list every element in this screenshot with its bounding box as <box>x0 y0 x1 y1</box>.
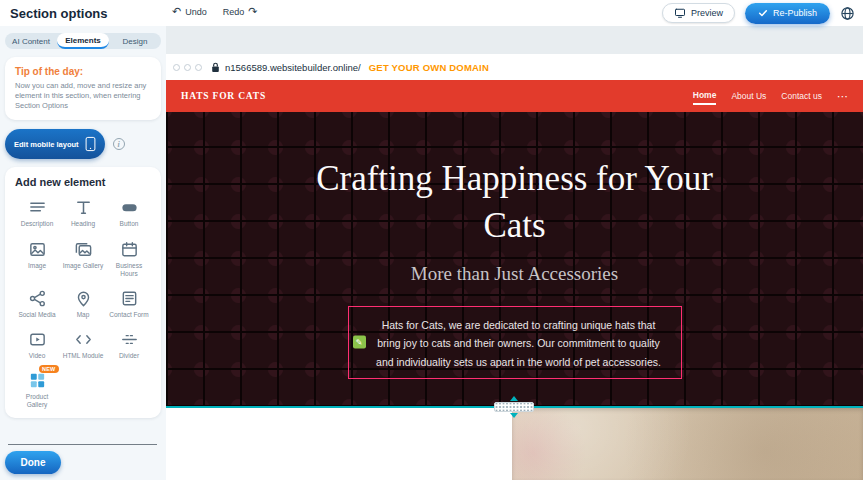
element-item-heading[interactable]: Heading <box>61 198 105 228</box>
site-logo[interactable]: HATS FOR CATS <box>181 91 266 101</box>
element-item-label: Description <box>21 220 54 228</box>
undo-button[interactable]: ↶ Undo <box>172 6 207 17</box>
divider-icon <box>120 330 139 349</box>
hero-heading[interactable]: Crafting Happiness for Your Cats <box>300 156 730 249</box>
redo-label: Redo <box>223 7 245 17</box>
nav-more-icon[interactable]: ⋯ <box>837 90 848 103</box>
republish-label: Re-Publish <box>773 8 817 18</box>
tab-design[interactable]: Design <box>109 33 161 49</box>
element-item-map[interactable]: Map <box>61 289 105 319</box>
tip-title: Tip of the day: <box>15 66 151 77</box>
tab-elements[interactable]: Elements <box>57 33 109 49</box>
ai-content-icon[interactable]: ✎ <box>353 336 366 349</box>
builder-topbar: Section options ↶ Undo Redo ↷ Preview Re… <box>0 0 863 26</box>
next-section-image[interactable] <box>512 408 863 480</box>
browser-address-bar: n1566589.websitebuilder.online/ GET YOUR… <box>166 54 863 80</box>
get-domain-link[interactable]: GET YOUR OWN DOMAIN <box>369 62 489 73</box>
element-item-label: HTML Module <box>63 352 104 360</box>
element-item-label: Video <box>29 352 46 360</box>
window-dot <box>195 64 202 71</box>
element-item-label: Map <box>77 311 90 319</box>
element-item-label: Image <box>28 262 46 270</box>
business-hours-icon <box>120 240 139 259</box>
contact-form-icon <box>120 289 139 308</box>
map-icon <box>74 289 93 308</box>
element-item-label: Heading <box>71 220 95 228</box>
hero-section: Crafting Happiness for Your Cats More th… <box>166 112 863 407</box>
element-item-label: Divider <box>119 352 139 360</box>
element-item-divider[interactable]: Divider <box>107 330 151 360</box>
site-url: n1566589.websitebuilder.online/ <box>225 62 361 73</box>
redo-icon: ↷ <box>248 6 257 17</box>
edit-mobile-label: Edit mobile layout <box>14 140 79 149</box>
element-item-html-module[interactable]: HTML Module <box>61 330 105 360</box>
video-icon <box>28 330 47 349</box>
element-item-business-hours[interactable]: Business Hours <box>107 240 151 278</box>
edit-mobile-layout-button[interactable]: Edit mobile layout <box>5 129 105 159</box>
selected-text-element[interactable]: ✎ Hats for Cats, we are dedicated to cra… <box>348 306 682 379</box>
product-gallery-icon: NEW <box>28 371 47 390</box>
language-globe-button[interactable] <box>840 6 855 21</box>
add-element-card: Add new element Description Heading Butt… <box>5 167 161 418</box>
site-preview: HATS FOR CATS Home About Us Contact us ⋯… <box>166 80 863 480</box>
element-grid: Description Heading Button Image Image G… <box>15 198 151 409</box>
workspace: n1566589.websitebuilder.online/ GET YOUR… <box>166 26 863 480</box>
element-item-label: Social Media <box>18 311 55 319</box>
sidebar-divider <box>8 444 157 445</box>
tab-ai-content[interactable]: AI Content <box>5 33 57 49</box>
monitor-icon <box>674 7 686 19</box>
done-button[interactable]: Done <box>5 451 61 474</box>
element-item-image[interactable]: Image <box>15 240 59 278</box>
nav-item-home[interactable]: Home <box>693 87 717 105</box>
phone-icon <box>85 136 96 152</box>
drag-dots-icon <box>494 402 534 412</box>
sidebar: AI Content Elements Design Tip of the da… <box>0 26 166 480</box>
preview-label: Preview <box>691 8 723 18</box>
element-item-label: Contact Form <box>109 311 148 319</box>
window-dot <box>173 64 180 71</box>
html-module-icon <box>74 330 93 349</box>
site-nav: Home About Us Contact us ⋯ <box>693 87 848 105</box>
history-controls: ↶ Undo Redo ↷ <box>172 6 257 17</box>
topbar-actions: Preview Re-Publish <box>662 2 855 24</box>
info-icon[interactable]: i <box>113 138 125 150</box>
element-item-label: Button <box>120 220 139 228</box>
page-title: Section options <box>10 6 108 21</box>
preview-button[interactable]: Preview <box>662 3 735 23</box>
lock-icon <box>211 62 225 73</box>
redo-button[interactable]: Redo ↷ <box>223 6 258 17</box>
hero-paragraph: Hats for Cats, we are dedicated to craft… <box>376 319 661 367</box>
site-header: HATS FOR CATS Home About Us Contact us ⋯ <box>166 80 863 112</box>
window-dot <box>184 64 191 71</box>
element-item-label: Business Hours <box>107 262 151 278</box>
element-item-social-media[interactable]: Social Media <box>15 289 59 319</box>
mobile-layout-row: Edit mobile layout i <box>5 129 161 159</box>
description-icon <box>28 198 47 217</box>
nav-item-contact-us[interactable]: Contact us <box>781 88 822 104</box>
element-item-product-gallery[interactable]: NEW Product Gallery <box>15 371 59 409</box>
nav-item-about-us[interactable]: About Us <box>731 88 766 104</box>
sidebar-tabs: AI Content Elements Design <box>5 33 161 49</box>
heading-icon <box>74 198 93 217</box>
undo-label: Undo <box>185 7 207 17</box>
element-item-image-gallery[interactable]: Image Gallery <box>61 240 105 278</box>
element-item-label: Image Gallery <box>63 262 103 270</box>
element-item-button[interactable]: Button <box>107 198 151 228</box>
element-item-contact-form[interactable]: Contact Form <box>107 289 151 319</box>
element-item-description[interactable]: Description <box>15 198 59 228</box>
section-resize-handle[interactable] <box>494 396 534 418</box>
check-icon <box>758 8 768 18</box>
element-item-video[interactable]: Video <box>15 330 59 360</box>
hero-subheading[interactable]: More than Just Accessories <box>411 263 618 285</box>
social-media-icon <box>28 289 47 308</box>
arrow-up-icon <box>510 396 518 401</box>
republish-button[interactable]: Re-Publish <box>745 3 830 24</box>
add-element-title: Add new element <box>15 176 151 188</box>
element-item-label: Product Gallery <box>15 393 59 409</box>
new-badge: NEW <box>39 365 58 373</box>
undo-icon: ↶ <box>172 6 181 17</box>
image-icon <box>28 240 47 259</box>
globe-icon <box>840 6 855 21</box>
image-gallery-icon <box>74 240 93 259</box>
tip-card: Tip of the day: Now you can add, move an… <box>5 57 161 120</box>
